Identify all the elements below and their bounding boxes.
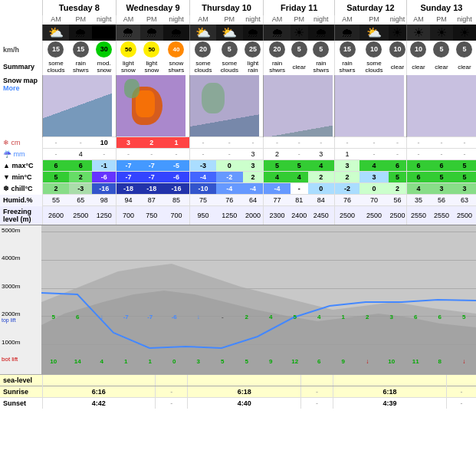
freezing-label: Freezinglevel (m) — [0, 206, 42, 225]
rain-13: - — [359, 149, 389, 160]
chill-16: 3 — [430, 183, 453, 195]
maxtemp-12: 3 — [335, 160, 360, 172]
sunset-label: Sunset — [0, 397, 42, 409]
day-sunday-label: Sunday 13 — [420, 3, 462, 12]
icon-wed-am: 🌨 — [117, 25, 140, 41]
summary-13: some clouds — [359, 58, 389, 75]
freeze-7: 1250 — [216, 206, 242, 225]
sunrise-tue: 6:16 — [42, 386, 156, 397]
map-wed-visual — [117, 75, 185, 136]
summary-3: light snow — [117, 58, 140, 75]
wind-fri-am: 20 — [264, 41, 291, 58]
botlift-7: 5 — [211, 358, 235, 365]
toplift-11: 4 — [307, 314, 332, 320]
wind-fri-night: 5 — [308, 41, 335, 58]
rain-7: - — [216, 149, 242, 160]
icon-thu-am: ⛅ — [189, 25, 216, 41]
period-am-3: AM — [189, 15, 216, 25]
summary-12: rain shwrs — [335, 58, 360, 75]
maxtemp-14: 6 — [389, 160, 407, 172]
wind-badge-6: 20 — [195, 41, 211, 58]
map-tue-visual — [43, 75, 112, 136]
snow-16: - — [430, 137, 453, 149]
summary-row: Summary some clouds rain shwrs mod. snow… — [0, 58, 476, 75]
botlift-2: 4 — [90, 358, 114, 365]
mintemp-14: 5 — [389, 172, 407, 183]
snow-12: - — [335, 137, 360, 149]
wind-sat-night: 10 — [389, 41, 407, 58]
period-spacer — [0, 15, 42, 25]
map-thursday — [189, 75, 264, 137]
freeze-10: 2400 — [291, 206, 308, 225]
toplift-14: 3 — [379, 314, 404, 320]
mintemp-0: 5 — [42, 172, 69, 183]
freeze-12: 2500 — [335, 206, 360, 225]
period-night-3: night — [243, 15, 264, 25]
period-night-5: night — [389, 15, 407, 25]
sealevel-label: sea-level — [0, 374, 42, 386]
maxtemp-13: 4 — [359, 160, 389, 172]
snow-3: 3 — [117, 137, 140, 149]
rain-14: - — [389, 149, 407, 160]
humid-8: 64 — [243, 195, 264, 206]
mintemp-6: -4 — [189, 172, 216, 183]
maxtemp-10: 5 — [291, 160, 308, 172]
wind-tue-pm: 15 — [69, 41, 92, 58]
snow-map-row: Snow map More — [0, 75, 476, 137]
map-saturday — [335, 75, 407, 137]
rain-9: 2 — [264, 149, 291, 160]
humid-16: 56 — [430, 195, 453, 206]
wind-badge-1: 15 — [73, 41, 89, 58]
humid-9: 77 — [264, 195, 291, 206]
botlift-4: 1 — [138, 358, 162, 365]
rain-mm-label: ☔ mm — [0, 149, 42, 160]
sunset-row: Sunset 4:42 - 4:40 - 4:39 - — [0, 397, 476, 409]
map-sun-visual — [407, 75, 476, 136]
botlift-8: 5 — [235, 358, 259, 365]
toplift-8: 2 — [235, 314, 259, 320]
chill-4: -18 — [140, 183, 163, 195]
snow-5: 1 — [163, 137, 189, 149]
humid-17: 63 — [453, 195, 476, 206]
mintemp-15: 6 — [406, 172, 430, 183]
chill-17: 3 — [453, 183, 476, 195]
summary-11: rain shwrs — [308, 58, 335, 75]
chill-6: -10 — [189, 183, 216, 195]
wind-badge-7: 5 — [222, 41, 238, 58]
snowmap-more-link[interactable]: More — [3, 84, 39, 92]
freeze-0: 2600 — [42, 206, 69, 225]
icon-label-spacer — [0, 25, 42, 41]
icon-wed-pm: 🌨 — [140, 25, 163, 41]
period-am-2: AM — [117, 15, 140, 25]
chill-temp-row: ❄ chill°C 2 -3 -16 -18 -18 -16 -10 -4 -4… — [0, 183, 476, 195]
summary-9: rain shwrs — [264, 58, 291, 75]
toplift-10: 5 — [283, 314, 307, 320]
sunrise-thu: 6:18 — [188, 386, 301, 397]
elev-1000: 1000m — [2, 339, 20, 346]
toplift-17: 5 — [452, 314, 477, 320]
elevation-labels: 5000m 4000m 3000m 2000mtop lift 1000m bo… — [0, 225, 41, 374]
icon-tue-night: ❄ — [92, 25, 116, 41]
humid-13: 70 — [359, 195, 389, 206]
rain-15: - — [406, 149, 430, 160]
summary-17: clear — [453, 58, 476, 75]
day-friday: Friday 11 — [264, 0, 335, 15]
toplift-3: -7 — [114, 314, 139, 320]
rain-mm-row: ☔ mm - 4 - - - - - - 3 2 - 3 1 - - - - - — [0, 149, 476, 160]
snow-9: - — [264, 137, 291, 149]
humid-10: 81 — [291, 195, 308, 206]
period-night-2: night — [163, 15, 189, 25]
snowmap-label: Snow map More — [0, 75, 42, 137]
rain-17: - — [453, 149, 476, 160]
maxtemp-8: 3 — [243, 160, 264, 172]
elev-5000: 5000m — [2, 227, 20, 234]
maxtemp-5: -5 — [163, 160, 189, 172]
snow-cm-label: ❄ cm — [0, 137, 42, 149]
humid-0: 55 — [42, 195, 69, 206]
rain-4: - — [140, 149, 163, 160]
wind-badge-4: 50 — [143, 41, 159, 58]
period-night-4: night — [308, 15, 335, 25]
sunrise-wed: - — [156, 386, 188, 397]
chill-label: ❄ chill°C — [0, 183, 42, 195]
icon-sun-am: ☀ — [406, 25, 430, 41]
